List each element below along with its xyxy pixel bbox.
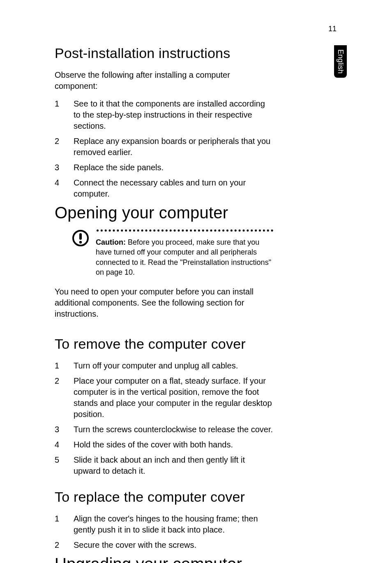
list-post-installation: See to it that the components are instal… <box>55 98 273 199</box>
dotted-divider <box>97 229 273 232</box>
intro-opening: You need to open your computer before yo… <box>55 286 273 320</box>
list-item: Replace the side panels. <box>55 162 273 173</box>
list-replace-cover: Align the cover's hinges to the housing … <box>55 513 273 551</box>
heading-remove-cover: To remove the computer cover <box>55 336 273 352</box>
list-remove-cover: Turn off your computer and unplug all ca… <box>55 360 273 477</box>
caution-icon <box>72 229 89 248</box>
intro-post-installation: Observe the following after installing a… <box>55 70 273 92</box>
list-item: Slide it back about an inch and then gen… <box>55 454 273 477</box>
list-item: Secure the cover with the screws. <box>55 540 273 551</box>
svg-rect-1 <box>79 233 82 240</box>
heading-upgrading-computer: Upgrading your computer <box>55 555 273 563</box>
list-item: Turn off your computer and unplug all ca… <box>55 360 273 371</box>
language-tab: English <box>334 45 347 78</box>
list-item: Replace any expansion boards or peripher… <box>55 136 273 158</box>
caution-content: Caution: Before you proceed, make sure t… <box>96 229 273 277</box>
list-item: Align the cover's hinges to the housing … <box>55 513 273 535</box>
caution-block: Caution: Before you proceed, make sure t… <box>72 229 273 277</box>
caution-label: Caution: <box>96 238 126 246</box>
caution-text: Caution: Before you proceed, make sure t… <box>96 237 273 277</box>
page-content: Post-installation instructions Observe t… <box>0 0 337 563</box>
page-number: 11 <box>328 25 337 33</box>
svg-point-2 <box>79 241 82 243</box>
list-item: Place your computer on a flat, steady su… <box>55 375 273 420</box>
list-item: See to it that the components are instal… <box>55 98 273 132</box>
list-item: Turn the screws counterclockwise to rele… <box>55 424 273 435</box>
heading-opening-computer: Opening your computer <box>55 204 273 222</box>
heading-post-installation: Post-installation instructions <box>55 45 273 61</box>
list-item: Hold the sides of the cover with both ha… <box>55 439 273 450</box>
heading-replace-cover: To replace the computer cover <box>55 489 273 505</box>
list-item: Connect the necessary cables and turn on… <box>55 177 273 199</box>
